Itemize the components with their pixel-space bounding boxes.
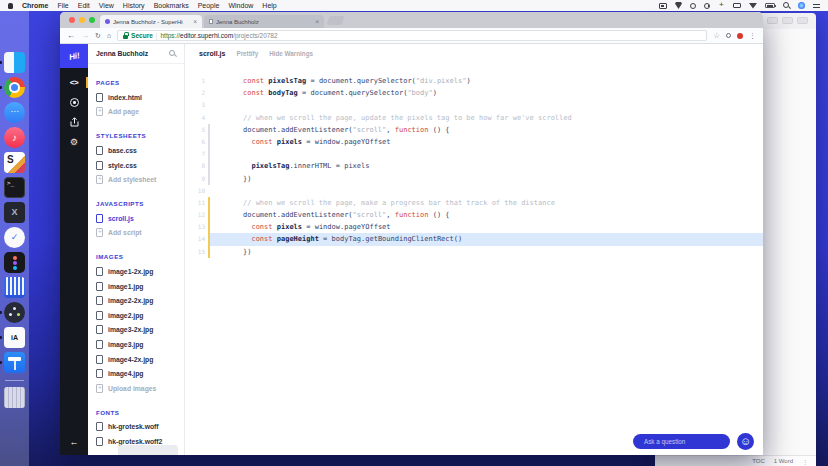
- code-line-7[interactable]: 7: [185, 148, 763, 160]
- dock-icon-music[interactable]: [4, 127, 25, 148]
- file-item-base-css[interactable]: base.css: [96, 143, 176, 158]
- circle-icon[interactable]: [690, 3, 696, 9]
- add-item-add-stylesheet[interactable]: Add stylesheet: [96, 172, 176, 187]
- add-item-add-page[interactable]: Add page: [96, 105, 176, 120]
- address-bar[interactable]: Secure | https://editor.superhi.com/proj…: [117, 30, 707, 41]
- dock-icon-tasks[interactable]: [4, 227, 25, 248]
- apple-logo-icon[interactable]: [8, 3, 13, 9]
- code-line-5[interactable]: 5document.addEventListener("scroll", fun…: [185, 124, 763, 136]
- menu-item-help[interactable]: Help: [262, 2, 276, 9]
- menu-item-history[interactable]: History: [123, 2, 145, 9]
- file-item-style-css[interactable]: style.css: [96, 158, 176, 173]
- file-item-image3-jpg[interactable]: image3.jpg: [96, 337, 176, 352]
- hide-warnings-button[interactable]: Hide Warnings: [269, 50, 313, 57]
- menu-item-edit[interactable]: Edit: [78, 2, 90, 9]
- tab-close-icon[interactable]: ×: [193, 18, 197, 25]
- dock-icon-dark-app[interactable]: [4, 202, 25, 223]
- dock-icon-trash[interactable]: [4, 387, 25, 408]
- background-window-button[interactable]: [797, 17, 808, 24]
- file-item-image3-2x-jpg[interactable]: image3-2x.jpg: [96, 323, 176, 338]
- code-line-4[interactable]: 4// when we scroll the page, update the …: [185, 112, 763, 124]
- code-editor[interactable]: scroll.js Prettify Hide Warnings 1const …: [185, 44, 763, 455]
- extension-red-icon[interactable]: [737, 33, 743, 39]
- siri-icon[interactable]: [798, 2, 805, 9]
- extension-icon[interactable]: [726, 33, 731, 38]
- menu-item-view[interactable]: View: [99, 2, 114, 9]
- forward-icon[interactable]: →: [81, 32, 89, 40]
- battery-icon[interactable]: [765, 3, 775, 8]
- file-item-scroll-js[interactable]: scroll.js: [96, 211, 176, 226]
- mission-control-icon[interactable]: [659, 3, 667, 9]
- dock-icon-figma[interactable]: [4, 252, 25, 273]
- back-icon[interactable]: ←: [67, 32, 75, 40]
- preview-button[interactable]: [60, 96, 88, 108]
- dock-icon-keynote[interactable]: [4, 352, 25, 373]
- search-icon[interactable]: [783, 2, 790, 9]
- browser-menu-icon[interactable]: ⋮: [749, 32, 756, 40]
- dock-icon-finder[interactable]: [4, 52, 25, 73]
- menu-item-chrome[interactable]: Chrome: [22, 2, 48, 9]
- smiley-icon[interactable]: ☺: [737, 433, 754, 450]
- dock-icon-chrome[interactable]: [4, 77, 25, 98]
- tab-close-icon[interactable]: ×: [315, 18, 319, 25]
- plus-icon[interactable]: [718, 2, 725, 10]
- code-view-button[interactable]: <>: [60, 76, 88, 88]
- background-window-button[interactable]: [767, 17, 778, 24]
- file-item-hk-grotesk-woff[interactable]: hk-grotesk.woff: [96, 420, 176, 435]
- notification-icon[interactable]: [813, 2, 820, 9]
- add-item-add-script[interactable]: Add script: [96, 226, 176, 241]
- file-item-image2-jpg[interactable]: image2.jpg: [96, 308, 176, 323]
- window-close-button[interactable]: [69, 17, 75, 23]
- file-item-image4-2x-jpg[interactable]: image4-2x.jpg: [96, 352, 176, 367]
- code-line-2[interactable]: 2const bodyTag = document.querySelector(…: [185, 87, 763, 99]
- file-item-image1-2x-jpg[interactable]: image1-2x.jpg: [96, 264, 176, 279]
- window-zoom-button[interactable]: [89, 17, 95, 23]
- file-item-image1-jpg[interactable]: image1.jpg: [96, 279, 176, 294]
- menu-item-file[interactable]: File: [57, 2, 68, 9]
- code-line-8[interactable]: 8 pixelsTag.innerHTML = pixels: [185, 160, 763, 172]
- clock-icon[interactable]: [704, 3, 710, 9]
- settings-button[interactable]: ⚙: [60, 136, 88, 148]
- sidebar-bottom-button[interactable]: [118, 445, 178, 455]
- code-line-6[interactable]: 6 const pixels = window.pageYOffset: [185, 136, 763, 148]
- upload-button[interactable]: [60, 116, 88, 128]
- file-item-image4-jpg[interactable]: image4.jpg: [96, 366, 176, 381]
- dock-icon-reel[interactable]: [4, 302, 25, 323]
- dock-icon-terminal[interactable]: [4, 177, 25, 198]
- code-line-10[interactable]: 10: [185, 185, 763, 197]
- background-window-button[interactable]: [782, 17, 793, 24]
- back-arrow-icon[interactable]: ←: [60, 437, 88, 447]
- menu-item-people[interactable]: People: [198, 2, 220, 9]
- code-line-13[interactable]: 13 const pixels = window.pageYOffset: [185, 221, 763, 233]
- dock-icon-ia-writer[interactable]: [4, 327, 25, 348]
- code-line-12[interactable]: 12document.addEventListener("scroll", fu…: [185, 209, 763, 221]
- code-line-11[interactable]: 11// when we scroll the page, make a pro…: [185, 197, 763, 209]
- prettify-button[interactable]: Prettify: [236, 50, 258, 57]
- code-line-1[interactable]: 1const pixelsTag = document.querySelecto…: [185, 75, 763, 87]
- browser-tab-jenna-buchholz[interactable]: Jenna Buchholz ×: [204, 15, 324, 28]
- code-line-3[interactable]: 3: [185, 99, 763, 111]
- file-item-image2-2x-jpg[interactable]: image2-2x.jpg: [96, 293, 176, 308]
- dock-icon-slack[interactable]: [4, 152, 25, 173]
- shield-icon[interactable]: [675, 2, 682, 9]
- code-line-14[interactable]: 14 const pageHeight = bodyTag.getBoundin…: [185, 233, 763, 245]
- reload-icon[interactable]: ↻: [95, 32, 101, 40]
- bookmark-star-icon[interactable]: ☆: [713, 31, 720, 40]
- file-item-index-html[interactable]: index.html: [96, 90, 176, 105]
- dock-icon-messages[interactable]: [4, 102, 25, 123]
- home-icon[interactable]: ⌂: [107, 32, 111, 40]
- browser-tab-superhi-editor[interactable]: Jenna Buchholz - SuperHi ×: [100, 15, 202, 28]
- search-icon[interactable]: [169, 50, 176, 57]
- menu-item-bookmarks[interactable]: Bookmarks: [154, 2, 189, 9]
- add-item-upload-images[interactable]: Upload images: [96, 381, 176, 396]
- wifi-icon[interactable]: [749, 3, 757, 9]
- superhi-logo[interactable]: Hi!: [60, 44, 88, 68]
- window-minimize-button[interactable]: [79, 17, 85, 23]
- ask-question-button[interactable]: Ask a question: [633, 434, 730, 449]
- new-tab-button[interactable]: [327, 16, 345, 25]
- status-more-icon[interactable]: ⋮: [802, 458, 808, 465]
- code-line-15[interactable]: 15}): [185, 246, 763, 258]
- display-icon[interactable]: [733, 3, 741, 8]
- dock-icon-stripes[interactable]: [4, 277, 25, 298]
- code-line-9[interactable]: 9}): [185, 173, 763, 185]
